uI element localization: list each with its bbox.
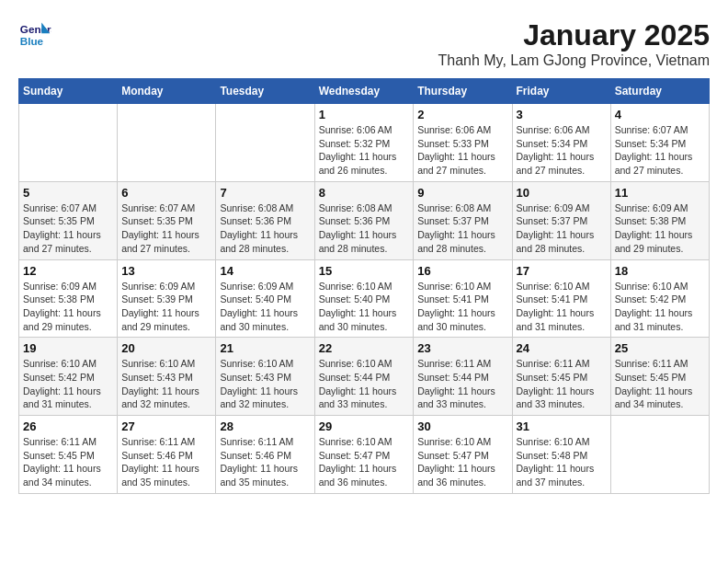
location-title: Thanh My, Lam GJong Province, Vietnam (438, 52, 710, 69)
day-number: 6 (121, 186, 211, 200)
day-number: 20 (121, 341, 211, 355)
week-row-5: 26Sunrise: 6:11 AMSunset: 5:45 PMDayligh… (19, 416, 710, 494)
day-info: Sunrise: 6:06 AMSunset: 5:34 PMDaylight:… (517, 123, 607, 178)
calendar-cell: 19Sunrise: 6:10 AMSunset: 5:42 PMDayligh… (19, 338, 118, 416)
day-info: Sunrise: 6:08 AMSunset: 5:36 PMDaylight:… (319, 201, 410, 256)
calendar-cell: 24Sunrise: 6:11 AMSunset: 5:45 PMDayligh… (512, 338, 610, 416)
calendar-cell: 8Sunrise: 6:08 AMSunset: 5:36 PMDaylight… (314, 181, 414, 259)
day-number: 15 (319, 264, 410, 278)
calendar-cell (610, 416, 709, 494)
day-number: 14 (220, 264, 310, 278)
day-number: 22 (319, 341, 410, 355)
day-info: Sunrise: 6:10 AMSunset: 5:42 PMDaylight:… (23, 357, 113, 411)
day-info: Sunrise: 6:10 AMSunset: 5:43 PMDaylight:… (121, 357, 211, 411)
day-number: 10 (517, 186, 607, 200)
day-info: Sunrise: 6:10 AMSunset: 5:41 PMDaylight:… (417, 280, 507, 334)
calendar-cell: 28Sunrise: 6:11 AMSunset: 5:46 PMDayligh… (216, 416, 314, 494)
day-number: 23 (417, 341, 507, 355)
day-info: Sunrise: 6:10 AMSunset: 5:40 PMDaylight:… (319, 280, 410, 334)
calendar-cell: 2Sunrise: 6:06 AMSunset: 5:33 PMDaylight… (414, 104, 512, 182)
day-number: 8 (319, 186, 410, 200)
weekday-header-tuesday: Tuesday (216, 79, 314, 104)
day-number: 29 (319, 419, 410, 433)
calendar-cell: 11Sunrise: 6:09 AMSunset: 5:38 PMDayligh… (610, 181, 709, 259)
day-number: 18 (615, 264, 705, 278)
day-info: Sunrise: 6:10 AMSunset: 5:47 PMDaylight:… (417, 435, 507, 489)
logo-icon: General Blue (18, 18, 51, 52)
weekday-header-monday: Monday (118, 79, 216, 104)
week-row-3: 12Sunrise: 6:09 AMSunset: 5:38 PMDayligh… (19, 259, 710, 338)
day-info: Sunrise: 6:09 AMSunset: 5:38 PMDaylight:… (23, 280, 113, 334)
day-number: 7 (220, 186, 310, 200)
day-number: 9 (417, 186, 507, 200)
day-number: 1 (319, 108, 410, 121)
calendar-cell: 22Sunrise: 6:10 AMSunset: 5:44 PMDayligh… (314, 338, 414, 416)
calendar-cell: 31Sunrise: 6:10 AMSunset: 5:48 PMDayligh… (512, 416, 610, 494)
day-info: Sunrise: 6:10 AMSunset: 5:44 PMDaylight:… (319, 357, 410, 411)
day-info: Sunrise: 6:11 AMSunset: 5:46 PMDaylight:… (121, 435, 211, 489)
day-number: 4 (615, 108, 705, 121)
day-info: Sunrise: 6:10 AMSunset: 5:47 PMDaylight:… (319, 435, 410, 489)
logo-area: General Blue (18, 18, 55, 52)
weekday-header-sunday: Sunday (19, 79, 118, 104)
week-row-1: 1Sunrise: 6:06 AMSunset: 5:32 PMDaylight… (19, 104, 710, 182)
calendar-cell (216, 104, 314, 182)
day-info: Sunrise: 6:06 AMSunset: 5:32 PMDaylight:… (319, 123, 410, 178)
calendar-cell: 18Sunrise: 6:10 AMSunset: 5:42 PMDayligh… (610, 259, 709, 338)
weekday-header-thursday: Thursday (414, 79, 512, 104)
day-info: Sunrise: 6:10 AMSunset: 5:43 PMDaylight:… (220, 357, 310, 411)
calendar-cell: 7Sunrise: 6:08 AMSunset: 5:36 PMDaylight… (216, 181, 314, 259)
day-info: Sunrise: 6:09 AMSunset: 5:38 PMDaylight:… (615, 201, 705, 256)
day-info: Sunrise: 6:11 AMSunset: 5:45 PMDaylight:… (517, 357, 607, 411)
calendar-cell: 27Sunrise: 6:11 AMSunset: 5:46 PMDayligh… (118, 416, 216, 494)
day-number: 3 (517, 108, 607, 121)
calendar-cell: 1Sunrise: 6:06 AMSunset: 5:32 PMDaylight… (314, 104, 414, 182)
day-info: Sunrise: 6:09 AMSunset: 5:40 PMDaylight:… (220, 280, 310, 334)
weekday-header-wednesday: Wednesday (314, 79, 414, 104)
calendar-cell: 29Sunrise: 6:10 AMSunset: 5:47 PMDayligh… (314, 416, 414, 494)
day-info: Sunrise: 6:07 AMSunset: 5:34 PMDaylight:… (615, 123, 705, 178)
calendar-cell: 14Sunrise: 6:09 AMSunset: 5:40 PMDayligh… (216, 259, 314, 338)
day-info: Sunrise: 6:07 AMSunset: 5:35 PMDaylight:… (121, 201, 211, 256)
weekday-header-friday: Friday (512, 79, 610, 104)
calendar-cell: 13Sunrise: 6:09 AMSunset: 5:39 PMDayligh… (118, 259, 216, 338)
day-info: Sunrise: 6:10 AMSunset: 5:41 PMDaylight:… (517, 280, 607, 334)
day-info: Sunrise: 6:11 AMSunset: 5:45 PMDaylight:… (23, 435, 113, 489)
header: General Blue January 2025 Thanh My, Lam … (18, 18, 710, 69)
day-number: 21 (220, 341, 310, 355)
day-info: Sunrise: 6:08 AMSunset: 5:37 PMDaylight:… (417, 201, 507, 256)
calendar-cell: 5Sunrise: 6:07 AMSunset: 5:35 PMDaylight… (19, 181, 118, 259)
day-number: 27 (121, 419, 211, 433)
calendar-cell: 21Sunrise: 6:10 AMSunset: 5:43 PMDayligh… (216, 338, 314, 416)
day-number: 25 (615, 341, 705, 355)
day-info: Sunrise: 6:10 AMSunset: 5:48 PMDaylight:… (517, 435, 607, 489)
month-title: January 2025 (438, 18, 710, 52)
week-row-2: 5Sunrise: 6:07 AMSunset: 5:35 PMDaylight… (19, 181, 710, 259)
calendar-cell: 4Sunrise: 6:07 AMSunset: 5:34 PMDaylight… (610, 104, 709, 182)
calendar-cell: 17Sunrise: 6:10 AMSunset: 5:41 PMDayligh… (512, 259, 610, 338)
calendar-cell: 10Sunrise: 6:09 AMSunset: 5:37 PMDayligh… (512, 181, 610, 259)
day-number: 17 (517, 264, 607, 278)
day-info: Sunrise: 6:09 AMSunset: 5:39 PMDaylight:… (121, 280, 211, 334)
day-info: Sunrise: 6:09 AMSunset: 5:37 PMDaylight:… (517, 201, 607, 256)
day-info: Sunrise: 6:11 AMSunset: 5:46 PMDaylight:… (220, 435, 310, 489)
calendar-cell: 12Sunrise: 6:09 AMSunset: 5:38 PMDayligh… (19, 259, 118, 338)
day-number: 5 (23, 186, 113, 200)
calendar-cell (118, 104, 216, 182)
day-number: 16 (417, 264, 507, 278)
day-info: Sunrise: 6:11 AMSunset: 5:44 PMDaylight:… (417, 357, 507, 411)
calendar-cell: 20Sunrise: 6:10 AMSunset: 5:43 PMDayligh… (118, 338, 216, 416)
day-number: 12 (23, 264, 113, 278)
day-number: 30 (417, 419, 507, 433)
calendar-table: SundayMondayTuesdayWednesdayThursdayFrid… (18, 78, 710, 494)
day-number: 26 (23, 419, 113, 433)
calendar-cell: 16Sunrise: 6:10 AMSunset: 5:41 PMDayligh… (414, 259, 512, 338)
calendar-cell: 26Sunrise: 6:11 AMSunset: 5:45 PMDayligh… (19, 416, 118, 494)
title-area: January 2025 Thanh My, Lam GJong Provinc… (438, 18, 710, 69)
day-number: 24 (517, 341, 607, 355)
day-number: 31 (517, 419, 607, 433)
svg-text:Blue: Blue (20, 35, 44, 47)
day-number: 2 (417, 108, 507, 121)
day-number: 19 (23, 341, 113, 355)
day-info: Sunrise: 6:07 AMSunset: 5:35 PMDaylight:… (23, 201, 113, 256)
